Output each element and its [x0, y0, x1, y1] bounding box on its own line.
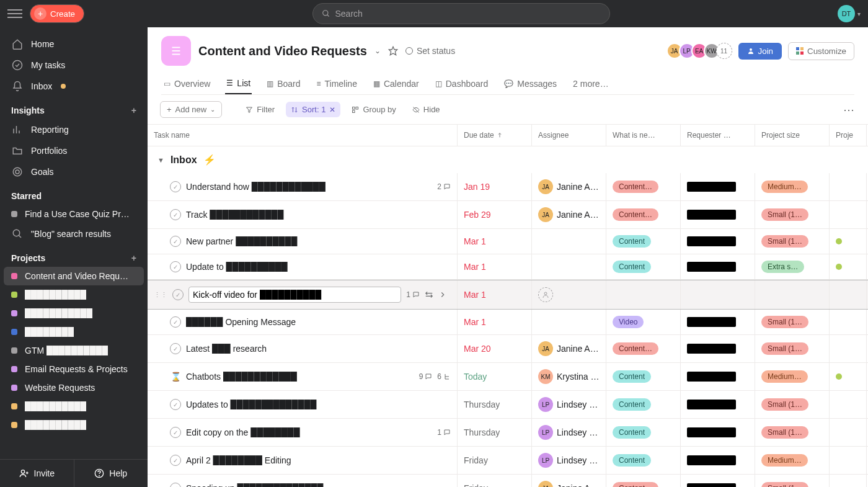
plus-icon[interactable]: + — [131, 105, 136, 115]
size-cell[interactable]: Medium… — [755, 447, 830, 474]
sidebar-project-item[interactable]: ██████████ — [0, 397, 148, 416]
tab-board[interactable]: ▥ Board — [265, 73, 301, 94]
open-details-icon[interactable] — [438, 290, 447, 299]
requester-cell[interactable]: ████████ — [681, 173, 755, 200]
col-assignee[interactable]: Assignee — [532, 125, 606, 146]
due-date-cell[interactable]: Mar 1 — [458, 229, 532, 254]
sidebar-item-home[interactable]: Home — [0, 34, 148, 55]
requester-cell[interactable]: ████████ — [681, 419, 755, 446]
assignee-cell[interactable]: JA Janine And… — [532, 335, 606, 362]
proje-cell[interactable] — [830, 363, 867, 390]
sidebar-project-item[interactable]: GTM ██████████ — [0, 341, 148, 360]
sidebar-project-item[interactable]: Email Requests & Projects — [0, 360, 148, 378]
task-row[interactable]: ✓ Speeding up ██████████████ Friday JA J… — [148, 475, 868, 487]
size-cell[interactable]: Small (1… — [755, 335, 830, 362]
proje-cell[interactable] — [830, 419, 867, 446]
col-due-date[interactable]: Due date — [458, 125, 532, 146]
sidebar-project-item[interactable]: ██████████ — [0, 285, 148, 304]
user-menu[interactable]: DT ▾ — [838, 5, 861, 22]
size-cell[interactable]: Medium… — [755, 173, 830, 200]
what-cell[interactable]: Content — [606, 447, 681, 474]
task-row[interactable]: ✓ Edit copy on the ████████ 1 Thursday L… — [148, 419, 868, 447]
task-name[interactable]: Understand how ████████████ — [186, 182, 432, 192]
requester-cell[interactable]: ████████ — [681, 363, 755, 390]
sidebar-item-portfolios[interactable]: Portfolios — [0, 140, 148, 161]
filter-button[interactable]: Filter — [241, 102, 280, 117]
hide-button[interactable]: Hide — [407, 102, 445, 117]
task-row[interactable]: ✓ Latest ███ research Mar 20 JA Janine A… — [148, 335, 868, 363]
projects-section[interactable]: Projects + — [0, 244, 148, 267]
section-inbox[interactable]: ▼ Inbox ⚡ — [148, 146, 868, 173]
what-cell[interactable]: Content… — [606, 335, 681, 362]
col-what[interactable]: What is ne… — [606, 125, 681, 146]
requester-cell[interactable]: ████████ — [681, 391, 755, 418]
proje-cell[interactable] — [830, 310, 867, 334]
due-date-cell[interactable]: Friday — [458, 447, 532, 474]
task-name[interactable]: Updates to ██████████████ — [186, 400, 451, 409]
complete-toggle[interactable]: ✓ — [170, 236, 181, 247]
size-cell[interactable]: Small (1… — [755, 475, 830, 487]
complete-toggle[interactable]: ✓ — [172, 289, 184, 300]
tab-overview[interactable]: ▭ Overview — [162, 73, 211, 94]
sidebar-starred-item[interactable]: Find a Use Case Quiz Pr… — [0, 205, 148, 223]
tab-list[interactable]: ☰ List — [225, 73, 252, 94]
move-icon[interactable] — [425, 290, 433, 299]
assignee-cell[interactable]: JA Janine And… — [532, 173, 606, 200]
invite-button[interactable]: Invite — [0, 460, 74, 487]
what-cell[interactable]: Content — [606, 419, 681, 446]
complete-toggle[interactable]: ✓ — [170, 181, 181, 192]
assignee-cell[interactable]: LP Lindsey Pea… — [532, 391, 606, 418]
proje-cell[interactable] — [830, 229, 867, 254]
drag-handle-icon[interactable]: ⋮⋮ — [154, 291, 167, 299]
proje-cell[interactable] — [830, 201, 867, 228]
comment-count[interactable]: 1 — [406, 290, 420, 299]
what-cell[interactable] — [606, 280, 681, 309]
add-new-button[interactable]: + Add new ⌄ — [160, 101, 222, 118]
complete-toggle[interactable]: ✓ — [170, 343, 181, 354]
col-requester[interactable]: Requester … — [681, 125, 755, 146]
more-actions[interactable]: ⋯ — [843, 103, 856, 117]
complete-toggle[interactable]: ✓ — [170, 209, 181, 220]
task-name[interactable]: Chatbots ████████████ — [186, 372, 414, 382]
requester-cell[interactable]: ████████ — [681, 475, 755, 487]
customize-button[interactable]: Customize — [788, 42, 854, 60]
assignee-cell[interactable]: JA Janine And… — [532, 201, 606, 228]
proje-cell[interactable] — [830, 475, 867, 487]
assignee-cell[interactable] — [532, 280, 606, 309]
requester-cell[interactable]: ████████ — [681, 310, 755, 334]
comment-count[interactable]: 9 — [419, 372, 433, 381]
sidebar-item-goals[interactable]: Goals — [0, 161, 148, 182]
member-avatars[interactable]: JALPEAKW11 — [670, 43, 732, 59]
due-date-cell[interactable]: Mar 20 — [458, 335, 532, 362]
assignee-cell[interactable]: LP Lindsey Pea… — [532, 447, 606, 474]
assignee-cell[interactable] — [532, 254, 606, 279]
assignee-cell[interactable]: LP Lindsey Pea… — [532, 419, 606, 446]
due-date-cell[interactable]: Mar 1 — [458, 310, 532, 334]
size-cell[interactable]: Extra s… — [755, 254, 830, 279]
task-row[interactable]: ✓ ██████ Opening Message Mar 1 Video████… — [148, 310, 868, 335]
task-row[interactable]: ⋮⋮ ✓ 1 Mar 1 — [148, 280, 868, 310]
help-button[interactable]: Help — [74, 460, 148, 487]
tab--more-[interactable]: 2 more… — [572, 73, 610, 94]
sidebar-project-item[interactable]: Content and Video Requ… — [4, 267, 144, 285]
star-icon[interactable] — [388, 46, 398, 56]
comment-count[interactable]: 1 — [437, 428, 451, 437]
complete-toggle[interactable]: ✓ — [170, 261, 181, 272]
due-date-cell[interactable]: Today — [458, 363, 532, 390]
what-cell[interactable]: Content — [606, 254, 681, 279]
join-button[interactable]: Join — [738, 43, 782, 60]
task-row[interactable]: ⌛ Chatbots ████████████ 9 6 Today KM Kry… — [148, 363, 868, 391]
proje-cell[interactable] — [830, 335, 867, 362]
complete-toggle[interactable]: ✓ — [170, 483, 181, 487]
sidebar-item-inbox[interactable]: Inbox — [0, 76, 148, 97]
task-row[interactable]: ✓ Understand how ████████████ 2 Jan 19 J… — [148, 173, 868, 201]
what-cell[interactable]: Content… — [606, 201, 681, 228]
task-name[interactable]: Edit copy on the ████████ — [186, 427, 432, 437]
col-project-size[interactable]: Project size — [755, 125, 830, 146]
due-date-cell[interactable]: Friday — [458, 475, 532, 487]
assignee-cell[interactable] — [532, 310, 606, 334]
requester-cell[interactable]: ████████ — [681, 201, 755, 228]
complete-toggle[interactable]: ✓ — [170, 316, 181, 328]
task-name[interactable]: Latest ███ research — [186, 344, 451, 354]
what-cell[interactable]: Video — [606, 310, 681, 334]
